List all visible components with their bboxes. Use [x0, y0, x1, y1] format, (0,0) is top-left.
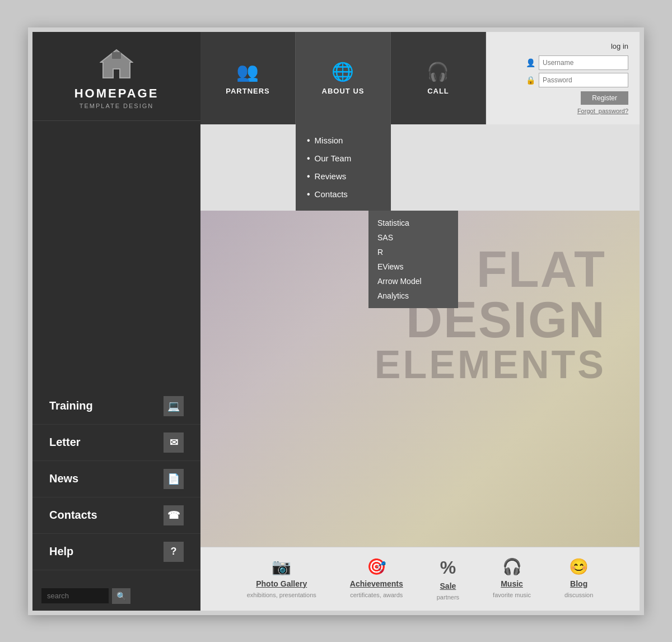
dropdown-area: Mission Our Team Reviews Contacts	[200, 124, 640, 211]
sidebar-item-contacts[interactable]: Contacts ☎	[32, 497, 200, 534]
footer-item-photo-gallery[interactable]: 📷 Photo Gallery exhibitions, presentatio…	[247, 557, 316, 601]
footer-item-music[interactable]: 🎧 Music favorite music	[493, 557, 531, 601]
photo-gallery-sublabel: exhibitions, presentations	[247, 592, 316, 598]
training-submenu: Statistica SAS R EViews Arrow Model Anal…	[368, 211, 458, 308]
about-us-dropdown: Mission Our Team Reviews Contacts	[296, 124, 391, 211]
user-icon: 👤	[526, 58, 535, 67]
submenu-statistica[interactable]: Statistica	[377, 218, 449, 227]
login-username-row: 👤	[526, 55, 628, 70]
svg-rect-2	[112, 52, 121, 59]
login-section: log in 👤 🔒 Register Forgot_password?	[486, 32, 640, 124]
outer-frame: HOMEPAGE TEMPLATE DESIGN Training 💻 Lett…	[28, 27, 644, 615]
register-button[interactable]: Register	[581, 91, 628, 105]
footer-item-sale[interactable]: % Sale partners	[437, 557, 459, 601]
music-icon: 🎧	[502, 557, 522, 576]
bottom-footer: 📷 Photo Gallery exhibitions, presentatio…	[200, 547, 640, 611]
sidebar-item-news[interactable]: News 📄	[32, 461, 200, 497]
achievements-icon: 🎯	[367, 557, 386, 576]
photo-gallery-label: Photo Gallery	[256, 579, 307, 588]
blog-sublabel: discussion	[564, 592, 593, 598]
sidebar-item-help[interactable]: Help ?	[32, 534, 200, 570]
sale-sublabel: partners	[437, 594, 459, 601]
homepage-title: HOMEPAGE	[74, 86, 159, 101]
footer-item-blog[interactable]: 😊 Blog discussion	[564, 557, 593, 601]
nav-item-about-us[interactable]: 🌐 ABOUT US	[296, 32, 391, 124]
right-content: 👥 PARTNERS 🌐 ABOUT US 🎧 CALL log in	[200, 32, 640, 611]
help-icon: ?	[164, 542, 184, 562]
contacts-icon: ☎	[164, 505, 184, 525]
dropdown-nav-spacer	[200, 124, 296, 211]
letter-icon: ✉	[164, 432, 184, 453]
main-hero: Statistica SAS R EViews Arrow Model Anal…	[200, 211, 640, 547]
password-input[interactable]	[539, 73, 628, 87]
sale-icon: %	[440, 557, 456, 578]
photo-gallery-icon: 📷	[272, 557, 291, 576]
nav-item-partners[interactable]: 👥 PARTNERS	[200, 32, 296, 124]
main-container: HOMEPAGE TEMPLATE DESIGN Training 💻 Lett…	[32, 32, 640, 611]
nav-item-call[interactable]: 🎧 CALL	[391, 32, 486, 124]
submenu-arrow-model[interactable]: Arrow Model	[377, 277, 449, 286]
login-title: log in	[611, 42, 628, 50]
submenu-analytics[interactable]: Analytics	[377, 291, 449, 300]
submenu-eviews[interactable]: EViews	[377, 262, 449, 271]
achievements-label: Achievements	[350, 579, 403, 588]
submenu-sas[interactable]: SAS	[377, 233, 449, 242]
call-icon: 🎧	[427, 61, 450, 82]
music-sublabel: favorite music	[493, 592, 531, 598]
search-bar: 🔍	[32, 581, 200, 611]
sidebar-item-training[interactable]: Training 💻	[32, 388, 200, 425]
lock-icon: 🔒	[526, 76, 535, 85]
about-us-icon: 🌐	[332, 61, 354, 82]
elements-word: ELEMENTS	[375, 345, 606, 384]
username-input[interactable]	[539, 55, 628, 70]
top-bar: 👥 PARTNERS 🌐 ABOUT US 🎧 CALL log in	[200, 32, 640, 124]
dropdown-our-team[interactable]: Our Team	[307, 153, 380, 164]
footer-item-achievements[interactable]: 🎯 Achievements certificates, awards	[350, 557, 403, 601]
search-button[interactable]: 🔍	[112, 588, 130, 604]
submenu-r[interactable]: R	[377, 248, 449, 257]
template-subtitle: TEMPLATE DESIGN	[80, 103, 153, 109]
home-icon	[100, 49, 133, 82]
sidebar-nav: Training 💻 Letter ✉ News 📄 Contacts ☎	[32, 121, 200, 581]
search-input[interactable]	[41, 588, 109, 603]
sidebar-logo: HOMEPAGE TEMPLATE DESIGN	[32, 32, 200, 121]
training-icon: 💻	[164, 396, 184, 416]
dropdown-reviews[interactable]: Reviews	[307, 171, 380, 182]
sidebar: HOMEPAGE TEMPLATE DESIGN Training 💻 Lett…	[32, 32, 200, 611]
layout-row: HOMEPAGE TEMPLATE DESIGN Training 💻 Lett…	[32, 32, 640, 611]
login-password-row: 🔒	[526, 73, 628, 87]
blog-label: Blog	[570, 579, 587, 588]
forgot-password-link[interactable]: Forgot_password?	[577, 108, 628, 114]
music-label: Music	[501, 579, 523, 588]
partners-icon: 👥	[236, 61, 259, 82]
news-icon: 📄	[164, 469, 184, 489]
sidebar-item-letter[interactable]: Letter ✉	[32, 425, 200, 461]
sale-label: Sale	[440, 581, 456, 590]
dropdown-mission[interactable]: Mission	[307, 136, 380, 146]
achievements-sublabel: certificates, awards	[350, 592, 403, 598]
dropdown-contacts[interactable]: Contacts	[307, 189, 380, 199]
blog-icon: 😊	[569, 557, 589, 576]
